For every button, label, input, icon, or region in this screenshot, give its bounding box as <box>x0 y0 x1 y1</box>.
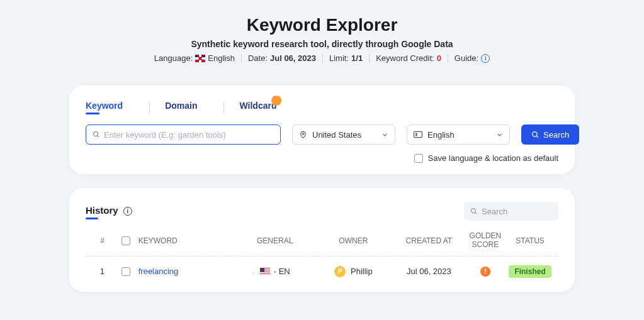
svg-point-6 <box>472 209 476 213</box>
page-subtitle: Synthetic keyword research tool, directl… <box>0 39 644 49</box>
keyword-input[interactable] <box>104 130 274 140</box>
history-title: History <box>86 205 118 218</box>
info-icon[interactable]: i <box>123 207 132 216</box>
table-header: # KEYWORD GENERAL OWNER CREATED AT GOLDE… <box>86 232 558 257</box>
svg-line-7 <box>475 212 477 214</box>
svg-point-2 <box>302 133 304 135</box>
flag-uk-icon <box>195 55 205 62</box>
language-icon <box>414 131 422 138</box>
tab-wildcard[interactable]: Wildcard <box>239 101 291 114</box>
search-button[interactable]: Search <box>521 124 579 145</box>
save-default-row: Save language & location as default <box>86 153 558 163</box>
avatar: P <box>334 266 346 277</box>
history-search[interactable]: Search <box>464 202 558 221</box>
tabs: Keyword Domain Wildcard <box>86 101 558 114</box>
status-badge: Finished <box>509 265 551 278</box>
save-default-label: Save language & location as default <box>428 153 558 163</box>
col-keyword: KEYWORD <box>138 236 237 245</box>
svg-point-0 <box>94 132 98 136</box>
col-status: STATUS <box>507 236 553 245</box>
save-default-checkbox[interactable] <box>414 154 423 163</box>
row-status-cell: Finished <box>507 265 553 278</box>
row-general-cell: - EN <box>237 267 313 276</box>
search-icon <box>531 131 539 139</box>
svg-line-1 <box>98 136 99 138</box>
wildcard-badge-icon <box>271 96 281 106</box>
page-title: Keyword Explorer <box>0 15 644 35</box>
chevron-down-icon <box>496 131 503 138</box>
meta-limit: Limit: 1/1 <box>323 54 370 63</box>
history-card: History i Search # KEYWORD GENERAL OWNER… <box>69 188 575 292</box>
col-created: CREATED AT <box>394 236 464 245</box>
flag-us-icon <box>260 268 270 275</box>
row-golden-cell: ! <box>464 267 507 277</box>
info-icon: i <box>481 54 490 63</box>
search-icon <box>93 131 100 138</box>
tab-keyword[interactable]: Keyword <box>86 101 138 114</box>
col-owner: OWNER <box>313 236 394 245</box>
meta-row: Language: English Date: Jul 06, 2023 Lim… <box>0 54 644 63</box>
row-owner-cell: P Phillip <box>313 266 394 277</box>
svg-rect-3 <box>414 131 422 137</box>
table-row: 1 freelancing - EN P Phillip Jul 06, 202… <box>86 257 558 278</box>
meta-language: Language: English <box>148 54 242 63</box>
meta-date: Date: Jul 06, 2023 <box>242 54 323 63</box>
col-num: # <box>91 236 114 245</box>
col-checkbox <box>114 236 138 245</box>
col-golden: GOLDEN SCORE <box>464 232 507 250</box>
select-all-checkbox[interactable] <box>121 236 130 245</box>
row-num: 1 <box>91 267 114 276</box>
meta-guide[interactable]: Guide: i <box>448 54 496 63</box>
col-general: GENERAL <box>237 236 313 245</box>
svg-line-5 <box>536 136 538 138</box>
search-icon <box>470 207 478 215</box>
tab-domain[interactable]: Domain <box>165 101 212 114</box>
keyword-link[interactable]: freelancing <box>138 267 179 276</box>
search-card: Keyword Domain Wildcard United States <box>69 86 575 174</box>
row-created-cell: Jul 06, 2023 <box>394 267 464 276</box>
svg-point-4 <box>533 131 538 136</box>
location-pin-icon <box>299 131 307 139</box>
language-select[interactable]: English <box>407 124 510 145</box>
row-checkbox[interactable] <box>121 267 130 276</box>
history-header: History i Search <box>86 202 558 221</box>
search-row: United States English Search <box>86 124 558 145</box>
warning-icon: ! <box>480 267 490 277</box>
keyword-input-wrap[interactable] <box>86 124 281 145</box>
chevron-down-icon <box>381 131 388 138</box>
row-checkbox-cell <box>114 267 138 276</box>
row-keyword-cell: freelancing <box>138 267 237 276</box>
location-select[interactable]: United States <box>292 124 395 145</box>
meta-credit: Keyword Credit: 0 <box>370 54 448 63</box>
